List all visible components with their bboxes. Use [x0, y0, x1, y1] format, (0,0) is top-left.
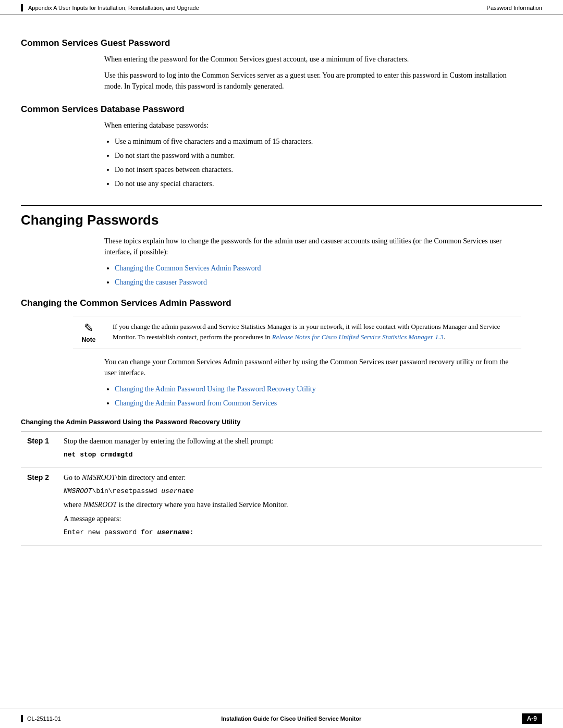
footer-center-text: Installation Guide for Cisco Unified Ser… — [221, 715, 361, 722]
step-2-para2-italic: NMSROOT — [83, 501, 117, 509]
steps-table: Step 1 Stop the daemon manager by enteri… — [21, 431, 542, 546]
step-2-code2-before: Enter new password for — [64, 528, 157, 536]
admin-password-heading: Changing the Common Services Admin Passw… — [21, 298, 542, 309]
changing-passwords-body: These topics explain how to change the p… — [104, 236, 521, 257]
step-2-code-text: \bin\resetpasswd — [92, 487, 162, 495]
changing-passwords-link-1[interactable]: Changing the Common Services Admin Passw… — [115, 263, 521, 274]
footer-page-number: A-9 — [522, 713, 542, 724]
step-2-content: Go to NMSROOT\bin directory and enter: N… — [57, 467, 542, 545]
changing-passwords-link-2[interactable]: Changing the casuser Password — [115, 277, 521, 288]
note-label: Note — [82, 336, 96, 343]
step-2-code2-italic: username — [157, 528, 189, 536]
step-1-content: Stop the daemon manager by entering the … — [57, 431, 542, 468]
admin-link-1[interactable]: Changing the Admin Password Using the Pa… — [115, 384, 521, 394]
admin-password-para: You can change your Common Services Admi… — [104, 356, 521, 378]
changing-passwords-links: Changing the Common Services Admin Passw… — [115, 263, 521, 288]
changing-passwords-heading: Changing Passwords — [21, 205, 542, 228]
header-bar-decoration — [21, 4, 23, 11]
admin-password-body: You can change your Common Services Admi… — [104, 356, 521, 378]
footer-left: OL-25111-01 — [21, 715, 61, 722]
note-text: If you change the admin password and Ser… — [113, 322, 521, 342]
guest-password-body: When entering the password for the Commo… — [104, 54, 521, 92]
header: Appendix A User Inputs for Installation,… — [0, 0, 563, 15]
note-label-col: ✎ Note — [73, 322, 104, 343]
step-2-code: NMSROOT\bin\resetpasswd username — [64, 486, 536, 497]
step-2-para2: where NMSROOT is the directory where you… — [64, 499, 536, 510]
step-2-para2-before: where — [64, 501, 83, 509]
footer-bar-decoration — [21, 715, 23, 722]
step-1-code: net stop crmdmgtd — [64, 450, 536, 460]
step-2-para2-after: is the directory where you have installe… — [117, 501, 288, 509]
recovery-utility-heading: Changing the Admin Password Using the Pa… — [21, 418, 542, 426]
step-2-code2-after: : — [190, 528, 194, 536]
bullet-item-1: Use a minimum of five characters and a m… — [115, 136, 521, 147]
database-password-bullets: Use a minimum of five characters and a m… — [115, 136, 521, 189]
header-right-text: Password Information — [487, 5, 542, 11]
step-2-code-italic2: username — [161, 487, 193, 495]
note-icon: ✎ — [84, 322, 93, 335]
database-password-section: Common Services Database Password When e… — [21, 104, 542, 189]
footer-left-text: OL-25111-01 — [27, 715, 61, 722]
step-2-label: Step 2 — [21, 467, 57, 545]
admin-password-section: Changing the Common Services Admin Passw… — [21, 298, 542, 409]
step-2-text: Go to NMSROOT\bin directory and enter: — [64, 472, 536, 483]
note-text-after: . — [444, 333, 445, 341]
header-left-text: Appendix A User Inputs for Installation,… — [28, 5, 199, 11]
main-content: Common Services Guest Password When ente… — [0, 15, 563, 593]
page: Appendix A User Inputs for Installation,… — [0, 0, 563, 728]
step-1-label: Step 1 — [21, 431, 57, 468]
admin-password-links: Changing the Admin Password Using the Pa… — [115, 384, 521, 409]
recovery-utility-section: Changing the Admin Password Using the Pa… — [21, 418, 542, 546]
step-2-code2: Enter new password for username: — [64, 527, 536, 538]
changing-passwords-section: Changing Passwords These topics explain … — [21, 205, 542, 288]
note-link[interactable]: Release Notes for Cisco Unified Service … — [272, 333, 444, 341]
note-box: ✎ Note If you change the admin password … — [73, 316, 521, 349]
step-1-row: Step 1 Stop the daemon manager by enteri… — [21, 431, 542, 468]
guest-password-para2: Use this password to log into the Common… — [104, 70, 521, 92]
step-2-code-italic1: NMSROOT — [64, 487, 92, 495]
step-2-text-mid1: \bin directory and enter: — [116, 474, 186, 482]
bullet-item-3: Do not insert spaces between characters. — [115, 164, 521, 175]
guest-password-section: Common Services Guest Password When ente… — [21, 38, 542, 92]
guest-password-para1: When entering the password for the Commo… — [104, 54, 521, 65]
step-1-text: Stop the daemon manager by entering the … — [64, 436, 536, 447]
step-2-row: Step 2 Go to NMSROOT\bin directory and e… — [21, 467, 542, 545]
bullet-item-2: Do not start the password with a number. — [115, 150, 521, 161]
step-2-para3: A message appears: — [64, 513, 536, 524]
bullet-item-4: Do not use any special characters. — [115, 178, 521, 189]
guest-password-heading: Common Services Guest Password — [21, 38, 542, 48]
database-password-intro: When entering database passwords: — [104, 120, 521, 131]
step-2-italic1: NMSROOT — [82, 474, 116, 482]
step-2-text-before: Go to — [64, 474, 82, 482]
database-password-heading: Common Services Database Password — [21, 104, 542, 115]
header-left: Appendix A User Inputs for Installation,… — [21, 4, 199, 11]
changing-passwords-intro: These topics explain how to change the p… — [104, 236, 521, 257]
database-password-intro-text: When entering database passwords: — [104, 120, 521, 131]
footer: OL-25111-01 Installation Guide for Cisco… — [0, 709, 563, 728]
admin-link-2[interactable]: Changing the Admin Password from Common … — [115, 398, 521, 409]
